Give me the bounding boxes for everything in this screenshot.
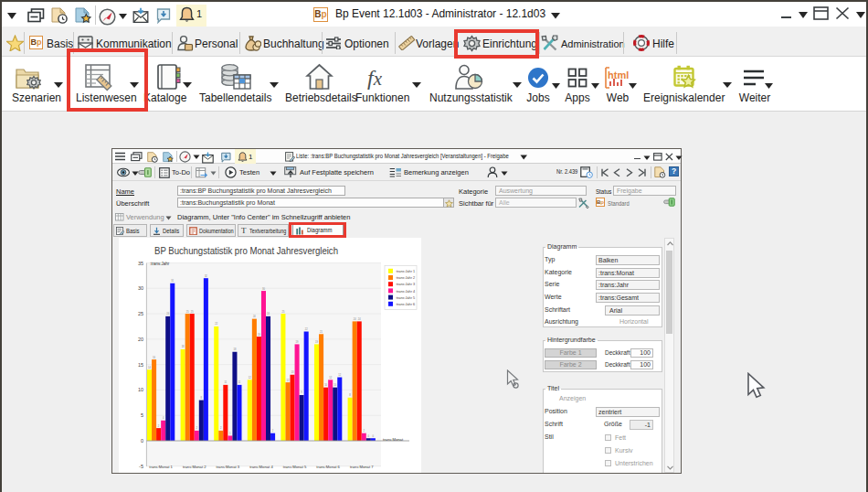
- svg-text:trans:Monat 4: trans:Monat 4: [249, 465, 273, 469]
- svg-text:5: 5: [141, 412, 143, 418]
- svg-text:35: 35: [138, 261, 143, 266]
- svg-text::trans:Jahr 6: :trans:Jahr 6: [396, 303, 415, 306]
- svg-text:trans:Monat 2: trans:Monat 2: [183, 465, 206, 469]
- svg-text::trans:Jahr 1: :trans:Jahr 1: [396, 270, 415, 273]
- svg-text:trans:Monat 6: trans:Monat 6: [316, 465, 340, 469]
- svg-text::trans:Jahr 3: :trans:Jahr 3: [396, 283, 415, 286]
- svg-text:0: 0: [141, 438, 143, 444]
- svg-text:trans:Monat 7: trans:Monat 7: [350, 465, 374, 469]
- svg-text:30: 30: [138, 285, 143, 291]
- svg-text:html: html: [608, 70, 629, 80]
- svg-text:trans:Monat: trans:Monat: [383, 437, 404, 442]
- svg-text:25: 25: [138, 311, 143, 316]
- svg-text:trans:Monat 3: trans:Monat 3: [217, 465, 240, 469]
- svg-text::trans:Jahr 5: :trans:Jahr 5: [396, 296, 415, 300]
- svg-text:trans:Monat 1: trans:Monat 1: [149, 465, 173, 469]
- svg-text:15: 15: [138, 362, 143, 368]
- svg-text::trans:Jahr 2: :trans:Jahr 2: [396, 276, 415, 280]
- svg-text::trans:Jahr: :trans:Jahr: [150, 262, 170, 266]
- svg-text::trans:Jahr 4: :trans:Jahr 4: [396, 290, 415, 294]
- svg-text:BP Buchungstatistik pro Monat: BP Buchungstatistik pro Monat Jahresverg…: [154, 245, 338, 256]
- svg-text:-5: -5: [139, 464, 143, 469]
- svg-text:10: 10: [138, 387, 143, 392]
- svg-text:20: 20: [138, 337, 143, 342]
- svg-text:trans:Monat 5: trans:Monat 5: [283, 465, 307, 469]
